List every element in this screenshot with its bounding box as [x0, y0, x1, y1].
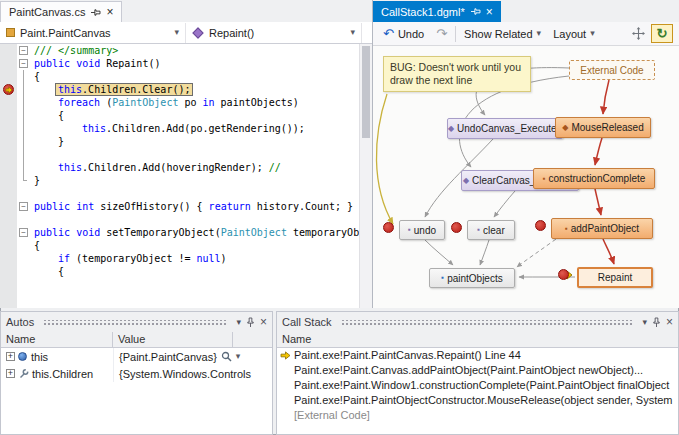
window-position-icon[interactable]: ▾ — [642, 318, 647, 327]
tab-callstack1-dgml[interactable]: CallStack1.dgml* × — [373, 1, 501, 22]
outline-margin[interactable] — [17, 135, 31, 148]
undo-button[interactable]: ↶ Undo — [379, 25, 428, 42]
node-icon: ◆ — [562, 124, 568, 132]
breakpoint-margin[interactable] — [0, 109, 17, 122]
breakpoint-margin[interactable] — [0, 122, 17, 135]
pin-icon[interactable] — [246, 317, 255, 328]
bug-comment-note[interactable]: BUG: Doesn't work until you draw the nex… — [383, 56, 531, 92]
breakpoint-margin[interactable] — [0, 70, 17, 83]
outline-margin[interactable] — [17, 213, 31, 226]
outline-margin[interactable] — [17, 174, 31, 187]
type-dropdown[interactable]: Paint.PaintCanvas ▾ — [0, 23, 186, 43]
outline-margin[interactable] — [17, 265, 31, 278]
breakpoint-margin[interactable] — [0, 200, 17, 213]
breakpoint-margin[interactable] — [0, 148, 17, 161]
breakpoint-margin[interactable] — [0, 213, 17, 226]
breakpoint-icon[interactable] — [535, 220, 546, 231]
graph-node-clear[interactable]: ▪clear — [467, 220, 515, 240]
outline-margin[interactable] — [17, 122, 31, 135]
magnifier-icon[interactable] — [221, 351, 232, 362]
breakpoint-margin[interactable] — [0, 226, 17, 239]
close-icon[interactable]: × — [486, 6, 493, 18]
breakpoint-icon[interactable] — [383, 222, 394, 233]
sync-callstack-button[interactable]: ↻ — [651, 24, 673, 43]
breakpoint-margin[interactable] — [0, 96, 17, 109]
tab-paintcanvas-cs[interactable]: PaintCanvas.cs × — [0, 1, 122, 22]
close-icon[interactable]: × — [106, 6, 113, 18]
graph-node-constructioncomplete[interactable]: ▪constructionComplete — [533, 168, 655, 189]
breakpoint-margin[interactable] — [0, 57, 17, 70]
stack-frame-row[interactable]: Paint.exe!Paint.Window1.constructionComp… — [277, 378, 678, 393]
editor-navbar: Paint.PaintCanvas ▾ Repaint() ▾ — [0, 22, 372, 44]
outline-margin[interactable] — [17, 70, 31, 83]
column-header-name[interactable]: Name — [1, 332, 113, 347]
breakpoint-margin[interactable] — [0, 83, 17, 96]
collapse-icon[interactable]: − — [19, 202, 28, 211]
code-editor[interactable]: −/// </summary>−public void Repaint(){th… — [0, 44, 359, 308]
chevron-down-icon: ▾ — [590, 29, 595, 38]
stack-frame-row[interactable]: Paint.exe!Paint.Canvas.addPaintObject(Pa… — [277, 363, 678, 378]
column-header-value[interactable]: Value — [113, 332, 233, 347]
stack-frame-row[interactable]: [External Code] — [277, 408, 678, 423]
outline-margin[interactable] — [17, 161, 31, 174]
drag-grip[interactable] — [43, 320, 227, 325]
autos-titlebar[interactable]: Autos ▾ × — [1, 312, 272, 332]
outline-margin[interactable] — [17, 148, 31, 161]
close-icon[interactable]: × — [260, 316, 267, 328]
outline-margin[interactable]: − — [17, 200, 31, 213]
column-header-name[interactable]: Name — [277, 332, 678, 347]
graph-node-addpaintobject[interactable]: ▪addPaintObject — [551, 218, 653, 239]
graph-node-repaint[interactable]: Repaint — [577, 267, 653, 288]
outline-margin[interactable] — [17, 83, 31, 96]
graph-edge — [603, 239, 614, 264]
breakpoint-margin[interactable] — [0, 252, 17, 265]
outline-margin[interactable]: − — [17, 226, 31, 239]
breakpoint-margin[interactable] — [0, 239, 17, 252]
pan-tool-button[interactable] — [630, 25, 647, 42]
breakpoint-margin[interactable] — [0, 44, 17, 57]
watch-row[interactable]: +this.Children{System.Windows.Controls — [1, 365, 272, 382]
member-dropdown[interactable]: Repaint() ▾ — [186, 23, 362, 43]
pin-icon[interactable] — [90, 8, 101, 17]
breakpoint-margin[interactable] — [0, 187, 17, 200]
graph-node-undo[interactable]: ▪undo — [399, 220, 445, 240]
outline-margin[interactable]: − — [17, 44, 31, 57]
graph-node-paintobjects[interactable]: ▪paintObjects — [429, 268, 515, 288]
collapse-icon[interactable]: − — [19, 46, 28, 55]
redo-button[interactable]: ↷ — [432, 25, 451, 42]
pin-icon[interactable] — [652, 317, 661, 328]
stack-frame-row[interactable]: Paint.exe!Paint.PaintObjectConstructor.M… — [277, 393, 678, 408]
outline-margin[interactable] — [17, 96, 31, 109]
close-icon[interactable]: × — [666, 316, 673, 328]
expand-icon[interactable]: + — [6, 369, 15, 378]
breakpoint-margin[interactable] — [0, 265, 17, 278]
outline-margin[interactable] — [17, 252, 31, 265]
outline-line — [23, 122, 24, 135]
outline-margin[interactable] — [17, 109, 31, 122]
stack-frame-row[interactable]: Paint.exe!Paint.PaintCanvas.Repaint() Li… — [277, 348, 678, 363]
editor-scrollbar[interactable] — [359, 44, 372, 308]
graph-node-undocanvas-executed[interactable]: ◆UndoCanvas_Executed — [447, 118, 563, 139]
breakpoint-icon[interactable] — [451, 222, 462, 233]
breakpoint-margin[interactable] — [0, 161, 17, 174]
breakpoint-margin[interactable] — [0, 174, 17, 187]
expand-icon[interactable]: + — [6, 352, 15, 361]
scrollbar-thumb[interactable] — [362, 46, 370, 138]
pin-icon[interactable] — [470, 7, 481, 16]
watch-row[interactable]: +this{Paint.PaintCanvas}▾ — [1, 348, 272, 365]
window-position-icon[interactable]: ▾ — [236, 318, 241, 327]
callstack-titlebar[interactable]: Call Stack ▾ × — [277, 312, 678, 332]
code-text: this.Children.Add(po.getRendering()); — [31, 122, 305, 135]
outline-margin[interactable] — [17, 187, 31, 200]
outline-margin[interactable]: − — [17, 57, 31, 70]
show-related-dropdown[interactable]: Show Related ▾ — [460, 26, 545, 42]
graph-node-mousereleased[interactable]: ◆MouseReleased — [555, 117, 651, 138]
drag-grip[interactable] — [341, 320, 634, 325]
graph-node-external-code[interactable]: External Code — [569, 60, 655, 80]
outline-margin[interactable] — [17, 239, 31, 252]
breakpoint-margin[interactable] — [0, 135, 17, 148]
collapse-icon[interactable]: − — [19, 59, 28, 68]
chevron-down-icon[interactable]: ▾ — [236, 352, 241, 361]
collapse-icon[interactable]: − — [19, 228, 28, 237]
layout-dropdown[interactable]: Layout ▾ — [549, 26, 599, 42]
